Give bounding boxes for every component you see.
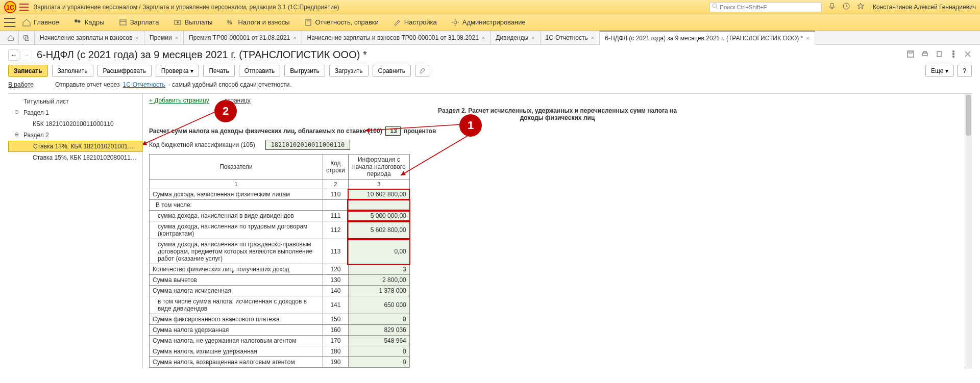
status-row: В работе Отправьте отчет через 1С-Отчетн… [8, 81, 972, 88]
svg-point-6 [78, 20, 80, 22]
sections-tree: Титульный лист Раздел 1 КБК 182101020100… [8, 94, 143, 369]
menu-kadry[interactable]: Кадры [74, 18, 105, 27]
tab-item[interactable]: 1С-Отчетность× [541, 31, 600, 44]
section2-table: Показатели Код строки Информация с начал… [149, 154, 410, 368]
work-status[interactable]: В работе [8, 81, 34, 88]
svg-rect-15 [24, 35, 28, 39]
otchetnost-link[interactable]: 1С-Отчетность [123, 81, 165, 88]
svg-rect-18 [909, 51, 912, 53]
svg-text:%: % [227, 19, 232, 26]
th-indicator: Показатели [150, 155, 323, 180]
svg-rect-21 [937, 52, 941, 57]
print-icon[interactable] [921, 50, 929, 60]
page-title: 6-НДФЛ (с 2021 года) за 9 месяцев 2021 г… [37, 49, 367, 61]
clipboard-icon[interactable] [935, 50, 943, 60]
save-icon[interactable] [906, 50, 915, 60]
tree-section2[interactable]: Раздел 2 [8, 130, 142, 141]
zapolnit-button[interactable]: Заполнить [52, 65, 93, 77]
app-logo-icon: 1C [4, 1, 16, 13]
menu-nastroyka[interactable]: Настройка [393, 18, 437, 27]
rasshifrovat-button[interactable]: Расшифровать [97, 65, 152, 77]
svg-point-24 [953, 56, 954, 58]
tab-item-active[interactable]: 6-НДФЛ (с 2021 года) за 9 месяцев 2021 г… [600, 31, 815, 45]
nav-back-button[interactable]: ← [8, 49, 19, 61]
nav-forward-button: → [20, 49, 32, 61]
tabs-bar: Начисление зарплаты и взносов× Премии× П… [0, 31, 980, 45]
star-icon[interactable] [856, 2, 865, 12]
kbk-label: Код бюджетной классификации (105) [149, 141, 255, 148]
bell-icon[interactable] [828, 2, 836, 12]
attach-button[interactable] [415, 65, 429, 77]
svg-rect-20 [923, 52, 926, 53]
tab-item[interactable]: Начисление зарплаты и взносов× [35, 31, 144, 44]
svg-point-22 [953, 51, 954, 53]
app-title: Зарплата и управление персоналом / Зарпл… [34, 4, 339, 11]
svg-point-10 [177, 21, 179, 23]
tab-item[interactable]: Премии× [144, 31, 184, 44]
more-button[interactable]: Еще ▾ [925, 65, 954, 77]
svg-text:1C: 1C [6, 4, 14, 11]
scrollbar[interactable] [965, 94, 972, 369]
menu-zarplata[interactable]: Зарплата [119, 18, 159, 27]
close-icon[interactable]: × [531, 35, 534, 41]
tree-rate15[interactable]: Ставка 15%, КБК 18210102080011000... [8, 152, 142, 163]
global-search[interactable] [709, 2, 822, 12]
status-text-prefix: Отправьте отчет через [55, 81, 120, 88]
sections-menu-icon[interactable] [4, 18, 15, 27]
svg-rect-17 [908, 51, 914, 57]
proverka-button[interactable]: Проверка ▾ [156, 65, 200, 77]
tab-home[interactable] [3, 31, 19, 44]
otpravit-button[interactable]: Отправить [239, 65, 281, 77]
close-icon[interactable]: × [175, 35, 178, 41]
percent-label: процентов [404, 127, 436, 135]
search-icon [712, 3, 718, 11]
callout-1: 1 [459, 114, 482, 137]
titlebar: 1C Зарплата и управление персоналом / За… [0, 0, 980, 14]
tab-item[interactable]: Премия ТР00-000001 от 31.08.2021× [184, 31, 302, 44]
report-content: Добавить страницу страницу Раздел 2. Рас… [143, 94, 972, 369]
menu-nalogi[interactable]: %Налоги и взносы [227, 18, 289, 27]
pechat-button[interactable]: Печать [203, 65, 234, 77]
tree-rate13[interactable]: Ставка 13%, КБК 18210102010011000... [8, 141, 142, 152]
callout-2: 2 [214, 100, 237, 122]
toolbar: Записать Заполнить Расшифровать Проверка… [8, 65, 972, 77]
sravnit-button[interactable]: Сравнить [373, 65, 411, 77]
tree-kbk1[interactable]: КБК 18210102010011000110 [8, 118, 142, 130]
menubar: Главное Кадры Зарплата Выплаты %Налоги и… [0, 14, 980, 31]
svg-point-5 [75, 19, 78, 22]
close-icon[interactable]: × [136, 35, 139, 41]
close-icon[interactable]: × [293, 35, 296, 41]
th-code: Код строки [323, 155, 349, 180]
zapisat-button[interactable]: Записать [8, 65, 48, 77]
tab-item[interactable]: Дивиденды× [491, 31, 540, 44]
tab-windows[interactable] [19, 31, 35, 44]
close-icon[interactable]: × [591, 35, 594, 41]
menu-admin[interactable]: Администрирование [451, 18, 526, 27]
add-page-link[interactable]: Добавить страницу [149, 97, 209, 104]
search-input[interactable] [720, 4, 819, 10]
chevron-down-icon: ▾ [190, 67, 193, 74]
vygruzit-button[interactable]: Выгрузить [284, 65, 325, 77]
tab-item[interactable]: Начисление зарплаты и взносов ТР00-00000… [302, 31, 491, 44]
kbk-value[interactable]: 18210102010011000110 [265, 140, 351, 150]
kebab-icon[interactable] [949, 50, 958, 60]
svg-point-14 [454, 21, 457, 24]
close-icon[interactable]: × [806, 35, 809, 41]
tree-section1[interactable]: Раздел 1 [8, 107, 142, 118]
menu-main[interactable]: Главное [22, 18, 59, 27]
zagruzit-button[interactable]: Загрузить [329, 65, 369, 77]
svg-rect-16 [25, 37, 29, 40]
svg-rect-12 [306, 19, 311, 25]
th-value: Информация с начала налогового периода [348, 155, 409, 180]
username[interactable]: Константинов Алексей Геннадиевич [873, 4, 976, 11]
menu-vyplaty[interactable]: Выплаты [174, 18, 213, 27]
history-icon[interactable] [842, 2, 850, 12]
tree-title-page[interactable]: Титульный лист [8, 96, 142, 107]
close-page-icon[interactable] [964, 50, 972, 60]
help-button[interactable]: ? [957, 65, 972, 77]
rate-value[interactable]: 13 [385, 126, 401, 136]
svg-point-23 [953, 54, 954, 55]
menu-otchet[interactable]: Отчетность, справки [304, 18, 379, 27]
close-icon[interactable]: × [482, 35, 485, 41]
menu-toggle-icon[interactable] [19, 4, 29, 11]
